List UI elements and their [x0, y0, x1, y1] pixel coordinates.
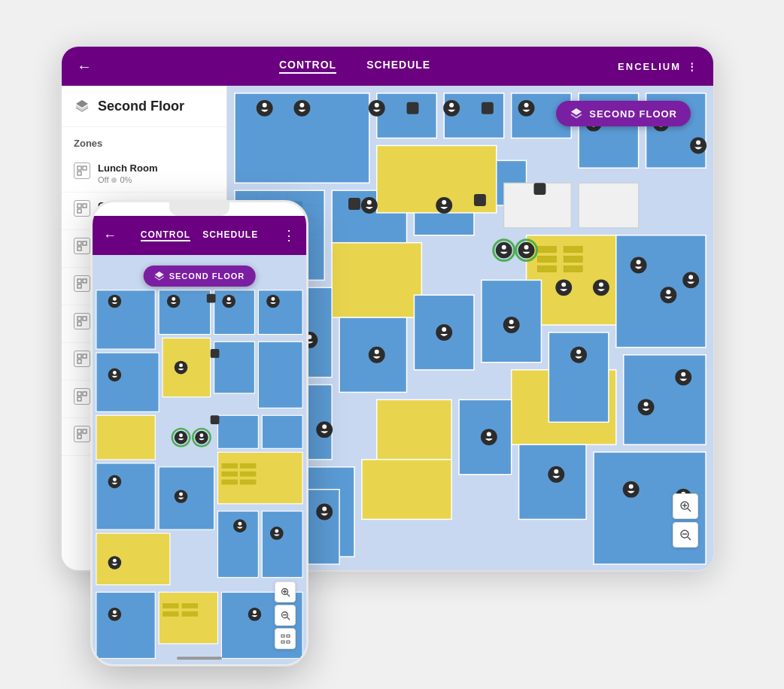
svg-point-130 — [322, 424, 327, 429]
svg-point-120 — [509, 320, 514, 324]
svg-point-118 — [442, 327, 446, 332]
svg-point-123 — [638, 399, 655, 415]
phone-menu-button[interactable]: ⋮ — [282, 227, 296, 244]
svg-point-110 — [688, 275, 693, 279]
svg-rect-45 — [548, 332, 609, 422]
svg-point-104 — [599, 282, 603, 287]
svg-point-137 — [548, 466, 564, 483]
zoom-out-button[interactable] — [673, 522, 698, 548]
svg-point-117 — [436, 324, 452, 341]
phone-zoom-out-button[interactable] — [275, 605, 296, 626]
list-item[interactable]: Lunch Room Off 0% — [62, 155, 226, 193]
svg-rect-148 — [533, 183, 545, 195]
svg-point-81 — [518, 100, 535, 117]
svg-rect-71 — [564, 256, 582, 263]
svg-rect-20 — [77, 397, 81, 401]
zoom-in-button[interactable] — [673, 493, 698, 519]
svg-point-106 — [637, 260, 641, 265]
svg-point-216 — [113, 610, 117, 614]
svg-point-74 — [263, 103, 267, 108]
svg-rect-219 — [207, 294, 216, 303]
svg-rect-23 — [77, 435, 81, 439]
svg-rect-166 — [217, 452, 302, 504]
svg-rect-69 — [537, 266, 556, 272]
svg-point-208 — [179, 493, 183, 496]
svg-line-154 — [688, 537, 691, 540]
svg-point-102 — [561, 282, 566, 287]
svg-rect-180 — [240, 463, 257, 469]
svg-rect-220 — [211, 349, 220, 358]
svg-rect-52 — [519, 445, 586, 519]
tablet-nav-schedule[interactable]: SCHEDULE — [366, 59, 430, 74]
svg-point-207 — [175, 490, 188, 503]
phone-home-indicator — [177, 657, 222, 660]
svg-point-129 — [316, 421, 333, 438]
svg-point-203 — [195, 431, 208, 445]
svg-rect-186 — [181, 612, 198, 617]
layers-icon — [74, 98, 90, 114]
svg-point-97 — [502, 245, 506, 250]
svg-point-124 — [644, 402, 649, 406]
svg-point-205 — [108, 475, 122, 489]
tablet-menu-icon[interactable]: ⋮ — [687, 61, 698, 72]
svg-rect-177 — [221, 463, 238, 469]
svg-rect-146 — [348, 198, 360, 210]
svg-point-187 — [108, 295, 122, 308]
svg-point-91 — [361, 197, 378, 214]
sidebar-floor-header: Second Floor — [62, 98, 226, 127]
svg-rect-161 — [96, 353, 159, 411]
svg-rect-39 — [377, 399, 451, 460]
svg-point-80 — [449, 103, 454, 108]
phone-map[interactable]: SECOND FLOOR — [93, 255, 306, 664]
phone-device: ← CONTROL SCHEDULE ⋮ — [90, 200, 308, 666]
svg-rect-221 — [211, 415, 220, 424]
svg-point-109 — [682, 272, 699, 288]
svg-point-101 — [555, 279, 572, 296]
layers-badge-icon — [570, 107, 583, 120]
phone-zoom-fit-button[interactable] — [275, 628, 296, 649]
svg-rect-175 — [96, 592, 155, 658]
svg-rect-2 — [77, 171, 81, 175]
svg-point-103 — [593, 279, 609, 296]
svg-rect-163 — [258, 341, 302, 408]
svg-point-198 — [179, 363, 183, 367]
svg-point-92 — [367, 200, 372, 205]
svg-point-193 — [266, 295, 280, 308]
svg-point-78 — [375, 103, 379, 108]
svg-rect-0 — [77, 166, 81, 170]
svg-rect-157 — [96, 290, 155, 349]
svg-rect-143 — [407, 102, 419, 114]
svg-point-191 — [222, 295, 236, 308]
svg-point-107 — [660, 287, 676, 303]
phone-back-button[interactable]: ← — [103, 228, 117, 244]
tablet-nav-control[interactable]: CONTROL — [279, 59, 336, 74]
svg-rect-21 — [77, 429, 81, 433]
svg-point-140 — [629, 484, 634, 489]
svg-point-119 — [503, 317, 520, 333]
svg-rect-165 — [96, 415, 155, 460]
svg-point-99 — [518, 242, 535, 259]
svg-point-204 — [199, 433, 203, 437]
second-floor-badge[interactable]: SECOND FLOOR — [556, 101, 691, 126]
svg-point-206 — [113, 478, 117, 481]
phone-nav-schedule[interactable]: SCHEDULE — [202, 229, 258, 241]
svg-rect-47 — [624, 355, 706, 445]
svg-line-223 — [287, 593, 290, 596]
phone-zoom-in-button[interactable] — [275, 581, 296, 602]
sidebar-floor-title: Second Floor — [98, 99, 184, 114]
status-dot — [111, 178, 117, 183]
phone-notch — [169, 202, 229, 216]
svg-rect-6 — [77, 241, 81, 245]
svg-point-196 — [113, 371, 117, 375]
tablet-back-button[interactable]: ← — [77, 58, 92, 75]
svg-rect-231 — [281, 641, 284, 643]
zone-name: Lunch Room — [98, 162, 214, 174]
svg-point-213 — [108, 556, 122, 569]
phone-nav-control[interactable]: CONTROL — [141, 229, 190, 241]
phone-second-floor-badge[interactable]: SECOND FLOOR — [144, 266, 256, 287]
svg-rect-14 — [77, 322, 81, 326]
svg-line-227 — [287, 617, 290, 620]
svg-point-77 — [369, 100, 385, 117]
svg-rect-68 — [537, 256, 556, 263]
svg-rect-70 — [564, 247, 582, 253]
